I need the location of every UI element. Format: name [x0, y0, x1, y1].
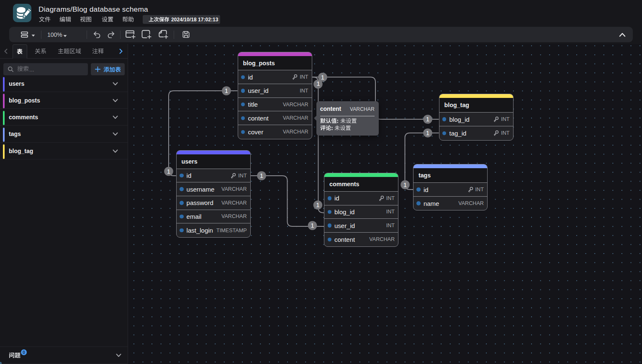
svg-text:1: 1 [316, 80, 320, 87]
svg-text:1: 1 [260, 172, 263, 179]
svg-text:1: 1 [426, 115, 429, 123]
svg-text:1: 1 [225, 87, 228, 94]
svg-text:1: 1 [316, 201, 319, 208]
svg-text:1: 1 [167, 168, 170, 175]
svg-text:1: 1 [426, 129, 429, 136]
svg-text:1: 1 [403, 181, 407, 188]
svg-text:1: 1 [311, 222, 314, 229]
svg-text:1: 1 [321, 74, 324, 81]
